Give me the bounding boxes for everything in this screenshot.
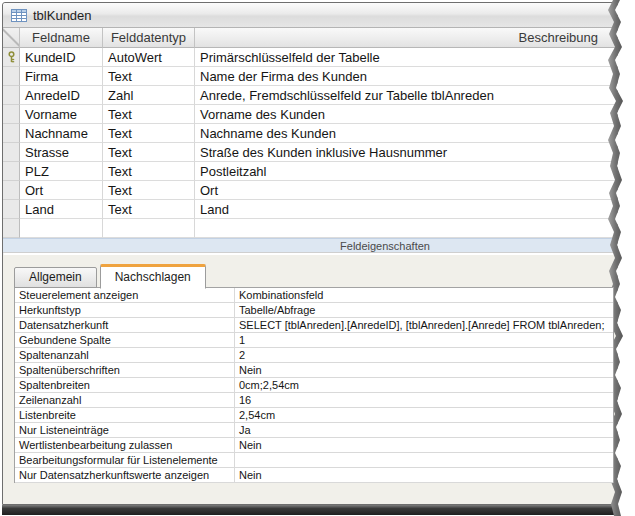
- property-row[interactable]: Gebundene Spalte1: [15, 333, 613, 348]
- field-name-cell[interactable]: Land: [20, 200, 103, 219]
- field-type-cell[interactable]: Text: [103, 162, 195, 181]
- property-value[interactable]: 16: [235, 393, 613, 408]
- property-row[interactable]: DatensatzherkunftSELECT [tblAnreden].[An…: [15, 318, 613, 333]
- row-selector[interactable]: [3, 86, 20, 105]
- field-row-plz: PLZTextPostleitzahl: [3, 162, 617, 181]
- field-properties-divider: Feldeigenschaften: [3, 238, 617, 253]
- column-header-felddatentyp[interactable]: Felddatentyp: [103, 28, 195, 48]
- property-label: Datensatzherkunft: [15, 318, 235, 333]
- window-titlebar: tblKunden: [3, 3, 617, 28]
- row-selector[interactable]: [3, 67, 20, 86]
- row-selector[interactable]: [3, 105, 20, 124]
- row-selector[interactable]: [3, 143, 20, 162]
- field-name-cell[interactable]: KundeID: [20, 48, 103, 67]
- property-row[interactable]: Steuerelement anzeigenKombinationsfeld: [15, 288, 613, 303]
- property-value[interactable]: 2,54cm: [235, 408, 613, 423]
- property-label: Wertlistenbearbeitung zulassen: [15, 438, 235, 453]
- property-label: Nur Datensatzherkunftswerte anzeigen: [15, 468, 235, 483]
- primary-key-icon: [6, 51, 17, 63]
- field-row-land: LandTextLand: [3, 200, 617, 219]
- property-value[interactable]: SELECT [tblAnreden].[AnredeID], [tblAnre…: [235, 318, 613, 333]
- property-value[interactable]: Ja: [235, 423, 613, 438]
- field-description-cell[interactable]: Vorname des Kunden: [195, 105, 617, 124]
- field-description-cell[interactable]: Primärschlüsselfeld der Tabelle: [195, 48, 617, 67]
- window-bottom-shadow: [2, 505, 614, 515]
- property-value[interactable]: 2: [235, 348, 613, 363]
- field-row-firma: FirmaTextName der Firma des Kunden: [3, 67, 617, 86]
- property-label: Herkunftstyp: [15, 303, 235, 318]
- field-name-cell[interactable]: AnredeID: [20, 86, 103, 105]
- field-type-cell[interactable]: [103, 219, 195, 238]
- property-value[interactable]: 1: [235, 333, 613, 348]
- field-name-cell[interactable]: Vorname: [20, 105, 103, 124]
- field-description-cell[interactable]: Name der Firma des Kunden: [195, 67, 617, 86]
- field-description-cell[interactable]: Land: [195, 200, 617, 219]
- property-row[interactable]: Zeilenanzahl16: [15, 393, 613, 408]
- window-title: tblKunden: [33, 8, 92, 23]
- field-type-cell[interactable]: Text: [103, 105, 195, 124]
- property-label: Spaltenbreiten: [15, 378, 235, 393]
- row-selector[interactable]: [3, 124, 20, 143]
- tab-allgemein[interactable]: Allgemein: [14, 267, 97, 288]
- field-type-cell[interactable]: Text: [103, 181, 195, 200]
- field-row-nachname: NachnameTextNachname des Kunden: [3, 124, 617, 143]
- field-name-cell[interactable]: Strasse: [20, 143, 103, 162]
- field-row-ort: OrtTextOrt: [3, 181, 617, 200]
- column-header-feldname[interactable]: Feldname: [20, 28, 103, 48]
- row-selector[interactable]: [3, 162, 20, 181]
- field-rows: KundeIDAutoWertPrimärschlüsselfeld der T…: [3, 48, 617, 238]
- field-name-cell[interactable]: PLZ: [20, 162, 103, 181]
- field-type-cell[interactable]: AutoWert: [103, 48, 195, 67]
- field-type-cell[interactable]: Text: [103, 143, 195, 162]
- property-value[interactable]: Nein: [235, 438, 613, 453]
- field-row-empty: [3, 219, 617, 238]
- field-type-cell[interactable]: Text: [103, 200, 195, 219]
- field-description-cell[interactable]: Anrede, Fremdschlüsselfeld zur Tabelle t…: [195, 86, 617, 105]
- field-description-cell[interactable]: [195, 219, 617, 238]
- property-row[interactable]: Nur Datensatzherkunftswerte anzeigenNein: [15, 468, 613, 483]
- property-row[interactable]: Spaltenanzahl2: [15, 348, 613, 363]
- field-description-cell[interactable]: Nachname des Kunden: [195, 124, 617, 143]
- field-design-grid: Feldname Felddatentyp Beschreibung Kunde…: [3, 28, 617, 238]
- field-name-cell[interactable]: Ort: [20, 181, 103, 200]
- property-value[interactable]: [235, 453, 613, 468]
- design-grid-header: Feldname Felddatentyp Beschreibung: [3, 28, 617, 48]
- field-type-cell[interactable]: Text: [103, 124, 195, 143]
- row-selector[interactable]: [3, 200, 20, 219]
- property-value[interactable]: Kombinationsfeld: [235, 288, 613, 303]
- field-description-cell[interactable]: Postleitzahl: [195, 162, 617, 181]
- property-row[interactable]: Nur ListeneinträgeJa: [15, 423, 613, 438]
- tab-nachschlagen[interactable]: Nachschlagen: [100, 264, 206, 289]
- field-row-vorname: VornameTextVorname des Kunden: [3, 105, 617, 124]
- field-name-cell[interactable]: [20, 219, 103, 238]
- property-label: Spaltenanzahl: [15, 348, 235, 363]
- property-row[interactable]: HerkunftstypTabelle/Abfrage: [15, 303, 613, 318]
- property-label: Bearbeitungsformular für Listenelemente: [15, 453, 235, 468]
- field-name-cell[interactable]: Firma: [20, 67, 103, 86]
- field-row-kundeid: KundeIDAutoWertPrimärschlüsselfeld der T…: [3, 48, 617, 67]
- property-value[interactable]: Nein: [235, 363, 613, 378]
- property-row[interactable]: Listenbreite2,54cm: [15, 408, 613, 423]
- property-grid: Steuerelement anzeigenKombinationsfeldHe…: [14, 287, 614, 483]
- property-value[interactable]: Tabelle/Abfrage: [235, 303, 613, 318]
- table-design-window: tblKunden Feldname Felddatentyp Beschrei…: [2, 2, 618, 505]
- column-header-beschreibung[interactable]: Beschreibung: [195, 28, 617, 48]
- property-value[interactable]: Nein: [235, 468, 613, 483]
- row-selector-primary-key[interactable]: [3, 48, 20, 67]
- property-row[interactable]: Wertlistenbearbeitung zulassenNein: [15, 438, 613, 453]
- property-row[interactable]: SpaltenüberschriftenNein: [15, 363, 613, 378]
- property-row[interactable]: Bearbeitungsformular für Listenelemente: [15, 453, 613, 468]
- field-type-cell[interactable]: Text: [103, 67, 195, 86]
- property-row[interactable]: Spaltenbreiten0cm;2,54cm: [15, 378, 613, 393]
- property-label: Nur Listeneinträge: [15, 423, 235, 438]
- field-type-cell[interactable]: Zahl: [103, 86, 195, 105]
- row-selector[interactable]: [3, 181, 20, 200]
- field-description-cell[interactable]: Ort: [195, 181, 617, 200]
- property-label: Zeilenanzahl: [15, 393, 235, 408]
- row-selector-header[interactable]: [3, 28, 20, 48]
- property-value[interactable]: 0cm;2,54cm: [235, 378, 613, 393]
- field-name-cell[interactable]: Nachname: [20, 124, 103, 143]
- field-description-cell[interactable]: Straße des Kunden inklusive Hausnummer: [195, 143, 617, 162]
- row-selector[interactable]: [3, 219, 20, 238]
- property-label: Listenbreite: [15, 408, 235, 423]
